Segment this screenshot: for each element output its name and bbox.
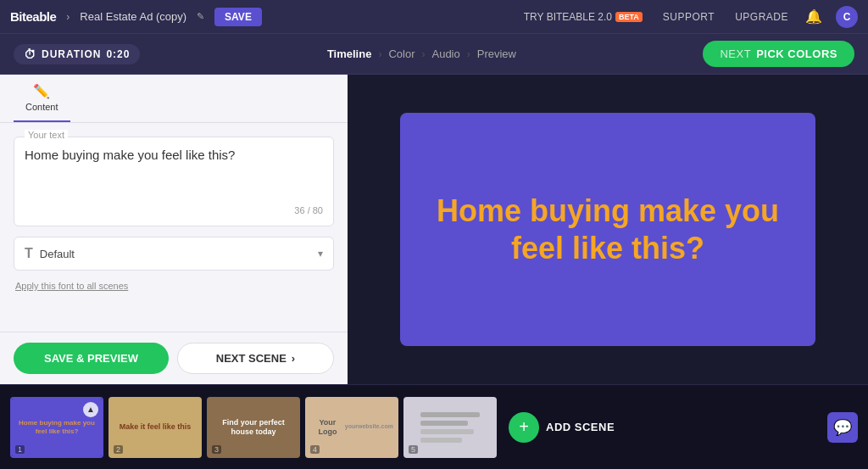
try-biteable-label: TRY BITEABLE 2.0 BETA (524, 11, 643, 23)
chat-icon: 💬 (833, 418, 852, 437)
film-num-1: 1 (15, 445, 25, 454)
save-preview-button[interactable]: SAVE & PREVIEW (14, 343, 169, 374)
save-button[interactable]: SAVE (214, 8, 262, 26)
preview-text: Home buying make you feel like this? (400, 176, 815, 282)
font-value: Default (40, 248, 311, 260)
your-text-input[interactable]: Home buying make you feel like this? (25, 148, 323, 198)
right-preview: Home buying make you feel like this? (348, 75, 868, 384)
panel-tabs: ✏️ Content (0, 75, 348, 123)
film-thumb-3[interactable]: Find your perfect house today 3 (207, 397, 300, 458)
apply-font-link[interactable]: Apply this font to all scenes (15, 281, 128, 291)
duration-value: 0:20 (106, 48, 130, 60)
film-thumb-5[interactable]: 5 (403, 397, 497, 458)
film-thumb-4-content: Your Logoyourwebsite.com (307, 399, 397, 456)
film-thumb-2-content: Make it feel like this (110, 399, 200, 456)
add-scene-icon: + (509, 412, 539, 443)
font-icon: T (25, 246, 33, 261)
scroll-up-icon[interactable]: ▲ (83, 402, 98, 417)
step-arrow-3: › (467, 48, 470, 60)
step-color[interactable]: Color (388, 47, 415, 60)
project-title: Real Estate Ad (copy) (80, 10, 186, 23)
notifications-icon[interactable]: 🔔 (805, 8, 822, 25)
film-thumb-3-content: Find your perfect house today (209, 399, 298, 456)
beta-badge: BETA (615, 12, 643, 22)
step-arrow-1: › (378, 48, 381, 60)
user-avatar[interactable]: C (836, 6, 858, 28)
duration-badge: ⏱ DURATION 0:20 (14, 44, 140, 64)
brand-logo: Biteable (10, 9, 56, 24)
film-num-4: 4 (310, 445, 320, 454)
panel-footer: SAVE & PREVIEW NEXT SCENE › (0, 332, 348, 384)
text-field-label: Your text (25, 130, 68, 140)
chat-button[interactable]: 💬 (827, 412, 858, 443)
film-num-2: 2 (114, 445, 123, 454)
upgrade-link[interactable]: UPGRADE (735, 11, 788, 23)
next-scene-button[interactable]: NEXT SCENE › (177, 343, 334, 374)
next-arrow-icon: › (292, 352, 295, 365)
chevron-down-icon: ▾ (318, 248, 323, 260)
clock-icon: ⏱ (24, 47, 36, 61)
step-arrow-2: › (421, 48, 425, 60)
main-content: ✏️ Content Your text Home buying make yo… (0, 75, 868, 384)
preview-card: Home buying make you feel like this? (400, 113, 815, 346)
char-count: 36 / 80 (25, 205, 323, 215)
film-num-5: 5 (409, 445, 418, 454)
tab-content[interactable]: ✏️ Content (14, 75, 70, 122)
step-timeline[interactable]: Timeline (327, 47, 372, 60)
add-scene-label: ADD SCENE (546, 421, 615, 433)
panel-body: Your text Home buying make you feel like… (0, 123, 348, 332)
add-scene-button[interactable]: + ADD SCENE (509, 412, 615, 443)
pencil-icon: ✏️ (33, 83, 50, 99)
font-select[interactable]: T Default ▾ (14, 237, 334, 271)
pick-colors-label: Pick colors (756, 47, 837, 60)
tab-content-label: Content (25, 102, 58, 112)
top-navigation: Biteable › Real Estate Ad (copy) ✎ SAVE … (0, 0, 868, 34)
next-pick-colors-button[interactable]: NeXT Pick colors (703, 41, 854, 67)
film-num-3: 3 (212, 445, 221, 454)
duration-label: DURATION (42, 48, 101, 60)
nav-chevron-icon: › (66, 11, 70, 23)
support-link[interactable]: SUPPORT (663, 11, 715, 23)
left-panel: ✏️ Content Your text Home buying make yo… (0, 75, 348, 384)
step-preview[interactable]: Preview (477, 47, 516, 60)
next-scene-label: NEXT SCENE (216, 352, 287, 365)
timeline-steps: Timeline › Color › Audio › Preview (140, 47, 703, 60)
edit-title-icon[interactable]: ✎ (197, 11, 204, 22)
timeline-bar: ⏱ DURATION 0:20 Timeline › Color › Audio… (0, 34, 868, 75)
film-thumb-2[interactable]: Make it feel like this 2 (108, 397, 202, 458)
film-thumb-1[interactable]: Home buying make you feel like this? ▲ 1 (10, 397, 103, 458)
film-thumb-5-content (405, 399, 495, 456)
step-audio[interactable]: Audio (431, 47, 459, 60)
film-thumb-4[interactable]: Your Logoyourwebsite.com 4 (305, 397, 398, 458)
filmstrip: Home buying make you feel like this? ▲ 1… (0, 384, 868, 469)
text-field-group: Your text Home buying make you feel like… (14, 137, 334, 226)
next-label: NeXT (720, 47, 751, 60)
